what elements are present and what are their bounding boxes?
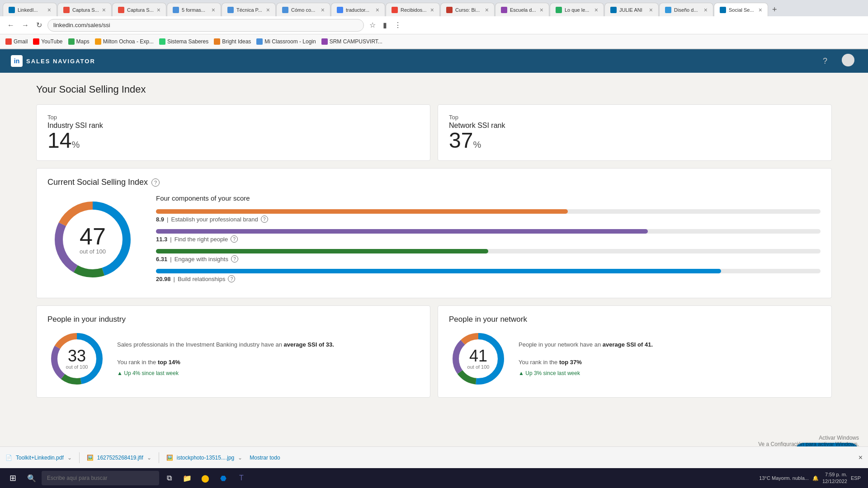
- extensions-button[interactable]: ▮: [381, 19, 389, 31]
- show-all-downloads-button[interactable]: Mostrar todo: [250, 455, 280, 461]
- network-people-content: 41 out of 100 People in your network hav…: [449, 329, 821, 388]
- linkedin-logo-text: in: [14, 57, 19, 65]
- tab-close-8[interactable]: ×: [430, 6, 434, 14]
- ssi-help-icon[interactable]: ?: [151, 178, 160, 187]
- component-help-2[interactable]: ?: [231, 235, 238, 243]
- component-help-1[interactable]: ?: [261, 216, 268, 223]
- industry-score: 33: [66, 348, 88, 364]
- tab-1[interactable]: LinkedI... ×: [3, 3, 57, 16]
- taskbar-teams[interactable]: T: [233, 470, 250, 486]
- download-1[interactable]: 📄 Toolkit+Linkedin.pdf ⌄: [5, 455, 72, 461]
- forward-button[interactable]: →: [20, 19, 31, 31]
- ssi-section-title-text: Current Social Selling Index: [47, 178, 148, 187]
- tab-close-9[interactable]: ×: [485, 6, 489, 14]
- tab-14-active[interactable]: Social Se... ×: [714, 3, 768, 16]
- menu-button[interactable]: ⋮: [392, 19, 403, 31]
- tab-close-10[interactable]: ×: [540, 6, 543, 14]
- taskbar-chrome[interactable]: ⬤: [197, 470, 213, 486]
- component-build-relationships: 20.98 | Build relationships ?: [156, 269, 821, 282]
- bookmark-maps[interactable]: Maps: [68, 38, 90, 45]
- component-bar-1: [156, 209, 568, 214]
- bookmark-classroom[interactable]: Mi Classroom - Login: [256, 38, 316, 45]
- back-button[interactable]: ←: [5, 19, 16, 31]
- component-establish-brand: 8.9 | Establish your professional brand …: [156, 209, 821, 223]
- bookmark-saberes[interactable]: Sistema Saberes: [159, 38, 208, 45]
- tab-favicon-3: [118, 7, 124, 13]
- bookmark-bright[interactable]: Bright Ideas: [214, 38, 251, 45]
- network-trend-arrow: ▲: [519, 370, 524, 376]
- tab-9[interactable]: Curso: Bi... ×: [440, 3, 495, 16]
- tab-12[interactable]: JULIE ANI ×: [604, 3, 659, 16]
- bookmark-gmail-label: Gmail: [14, 38, 28, 45]
- tab-close-13[interactable]: ×: [704, 6, 708, 14]
- tab-4[interactable]: 5 formas... ×: [167, 3, 221, 16]
- component-bar-bg-2: [156, 229, 821, 234]
- download-1-chevron[interactable]: ⌄: [67, 455, 72, 461]
- download-3[interactable]: 🖼️ istockphoto-13515....jpg ⌄: [166, 455, 242, 461]
- tab-6[interactable]: Cómo co... ×: [276, 3, 330, 16]
- tab-13[interactable]: Diseño d... ×: [659, 3, 713, 16]
- network-avg-text: average SSI of 41.: [603, 341, 653, 348]
- people-cards-row: People in your industry 33 out of 100: [36, 305, 832, 398]
- download-2[interactable]: 🖼️ 1627525268419.jfif ⌄: [87, 455, 151, 461]
- new-tab-button[interactable]: +: [769, 5, 781, 14]
- bookmark-srm[interactable]: SRM CAMPUSVIRT...: [321, 38, 382, 45]
- ssi-score-label: out of 100: [80, 248, 106, 255]
- tab-close-12[interactable]: ×: [649, 6, 653, 14]
- component-label-2: 11.3 | Find the right people ?: [156, 235, 821, 243]
- tab-close-7[interactable]: ×: [376, 6, 379, 14]
- industry-people-content: 33 out of 100 Sales professionals in the…: [47, 329, 419, 388]
- network-rank-value: 37: [449, 128, 473, 152]
- taskbar-edge[interactable]: ⬣: [215, 470, 231, 486]
- tab-close-5[interactable]: ×: [266, 6, 270, 14]
- tab-favicon-14: [720, 7, 726, 13]
- avatar-icon: [842, 54, 854, 66]
- tab-10[interactable]: Escuela d... ×: [495, 3, 549, 16]
- taskbar: ⊞ 🔍 ⧉ 📁 ⬤ ⬣ T 13°C Mayorm. nubla... 🔔 7:…: [0, 468, 868, 488]
- tab-7[interactable]: traductor... ×: [331, 3, 385, 16]
- component-help-4[interactable]: ?: [228, 275, 235, 282]
- bookmark-bright-label: Bright Ideas: [222, 38, 251, 45]
- tab-close-2[interactable]: ×: [102, 6, 106, 14]
- tab-3[interactable]: Captura S... ×: [112, 3, 166, 16]
- tab-close-6[interactable]: ×: [321, 6, 325, 14]
- bookmark-youtube[interactable]: YouTube: [33, 38, 62, 45]
- taskbar-file-explorer[interactable]: 📁: [179, 470, 195, 486]
- taskbar-search-icon[interactable]: 🔍: [24, 470, 40, 486]
- tab-close-4[interactable]: ×: [212, 6, 215, 14]
- tab-11[interactable]: Lo que le... ×: [550, 3, 604, 16]
- tab-close-1[interactable]: ×: [47, 6, 51, 14]
- tab-close-3[interactable]: ×: [157, 6, 160, 14]
- bookmark-button[interactable]: ☆: [368, 19, 377, 31]
- download-2-chevron[interactable]: ⌄: [147, 455, 151, 461]
- url-input[interactable]: [47, 19, 364, 32]
- start-button[interactable]: ⊞: [4, 470, 22, 486]
- bookmark-saberes-label: Sistema Saberes: [167, 38, 208, 45]
- tab-close-11[interactable]: ×: [594, 6, 598, 14]
- download-3-name: istockphoto-13515....jpg: [177, 455, 234, 461]
- taskbar-notification-icon[interactable]: 🔔: [812, 475, 819, 481]
- tab-8[interactable]: Recibidos... ×: [386, 3, 440, 16]
- component-name-1: Establish your professional brand: [171, 216, 258, 223]
- close-downloads-button[interactable]: ×: [859, 454, 863, 462]
- bookmark-gmail[interactable]: Gmail: [5, 38, 28, 45]
- tab-close-14[interactable]: ×: [759, 6, 762, 14]
- reload-button[interactable]: ↻: [34, 19, 44, 31]
- tab-title-3: Captura S...: [127, 7, 154, 13]
- download-img-icon-2: 🖼️: [166, 455, 173, 461]
- tab-favicon-2: [63, 7, 70, 13]
- taskbar-search-input[interactable]: [42, 471, 159, 485]
- component-help-3[interactable]: ?: [231, 255, 238, 263]
- taskbar-task-view[interactable]: ⧉: [161, 470, 177, 486]
- help-button[interactable]: ?: [820, 54, 830, 69]
- tab-5[interactable]: Técnica P... ×: [222, 3, 276, 16]
- download-3-chevron[interactable]: ⌄: [238, 455, 242, 461]
- industry-rank-value: top 14%: [158, 359, 180, 366]
- network-description: People in your network have an: [519, 341, 601, 348]
- tab-favicon-9: [446, 7, 453, 13]
- component-bar-bg-3: [156, 249, 821, 253]
- bookmark-milton[interactable]: Milton Ochoa - Exp...: [95, 38, 154, 45]
- taskbar-time-date: 7:59 p. m. 12/12/2022: [822, 471, 847, 485]
- profile-avatar-button[interactable]: [839, 51, 857, 71]
- tab-2[interactable]: Captura S... ×: [57, 3, 112, 16]
